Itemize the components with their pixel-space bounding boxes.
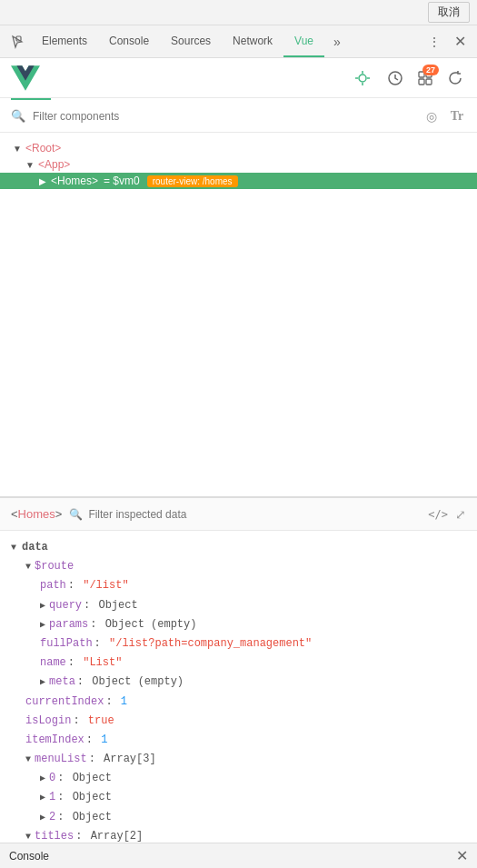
data-is-login: isLogin : true	[11, 712, 466, 731]
tab-network[interactable]: Network	[222, 25, 283, 57]
vue-panel: 27 🔍 ◎ Tr ▼ <Root> ▼ <App>	[0, 58, 477, 843]
svg-rect-10	[426, 79, 432, 85]
vm-label: = $vm0	[104, 175, 140, 187]
data-query[interactable]: ▶ query : Object	[11, 596, 466, 615]
data-menu-0[interactable]: ▶ 0 : Object	[11, 769, 466, 788]
vue-logo	[11, 64, 40, 93]
tree-item-app[interactable]: ▼ <App>	[0, 156, 477, 173]
refresh-icon[interactable]	[444, 67, 466, 89]
tab-vue[interactable]: Vue	[283, 25, 324, 57]
filter-circle-icon[interactable]: ◎	[422, 107, 441, 125]
inspect-open-icon[interactable]: ⤢	[455, 507, 466, 522]
router-badge: router-view: /homes	[147, 175, 238, 187]
data-menu-list-header[interactable]: ▼ menuList : Array[3]	[11, 750, 466, 769]
tree-item-root[interactable]: ▼ <Root>	[0, 140, 477, 156]
data-meta[interactable]: ▶ meta : Object (empty)	[11, 673, 466, 692]
data-section-header[interactable]: ▼ data	[11, 538, 466, 557]
console-bar: Console ✕	[0, 843, 477, 868]
filter-search-icon: 🔍	[11, 109, 25, 123]
top-bar: 取消	[0, 0, 477, 25]
component-selector-icon[interactable]	[352, 67, 373, 89]
data-params[interactable]: ▶ params : Object (empty)	[11, 615, 466, 634]
data-tree: ▼ data ▼ $route path : "/list" ▶ query :…	[0, 531, 477, 843]
menu-icon[interactable]: ⋮	[424, 32, 444, 52]
data-path: path : "/list"	[11, 576, 466, 595]
svg-rect-9	[419, 79, 424, 85]
tab-actions: ⋮ ✕	[424, 32, 473, 52]
data-menu-1[interactable]: ▶ 1 : Object	[11, 788, 466, 807]
console-close-button[interactable]: ✕	[456, 847, 468, 864]
data-name-field: name : "List"	[11, 653, 466, 673]
filter-actions: ◎ Tr	[422, 107, 466, 125]
vuex-icon[interactable]: 27	[417, 70, 433, 86]
inspect-filter-input[interactable]	[88, 508, 421, 521]
inspect-component-name: <Homes>	[11, 507, 62, 521]
devtools-tabs: Elements Console Sources Network Vue » ⋮…	[0, 25, 477, 58]
data-item-index: itemIndex : 1	[11, 731, 466, 750]
tree-tag-homes: <Homes>	[51, 175, 98, 187]
tree-item-homes[interactable]: ▶ <Homes> = $vm0 router-view: /homes	[0, 173, 477, 189]
tree-tag-root: <Root>	[25, 142, 61, 155]
tree-arrow-homes[interactable]: ▶	[36, 175, 49, 187]
vue-toolbar: 27	[0, 58, 477, 98]
data-menu-2[interactable]: ▶ 2 : Object	[11, 808, 466, 827]
inspect-filter: 🔍	[69, 508, 421, 521]
cursor-icon[interactable]	[4, 25, 31, 57]
inspect-actions: </> ⤢	[428, 507, 466, 522]
data-route-header[interactable]: ▼ $route	[11, 557, 466, 576]
tab-sources[interactable]: Sources	[160, 25, 222, 57]
component-tree: ▼ <Root> ▼ <App> ▶ <Homes> = $vm0 router…	[0, 133, 477, 496]
inspect-code-icon[interactable]: </>	[428, 508, 448, 521]
tab-elements[interactable]: Elements	[31, 25, 98, 57]
data-current-index: currentIndex : 1	[11, 693, 466, 712]
close-devtools-button[interactable]: ✕	[450, 32, 470, 52]
filter-components-input[interactable]	[33, 110, 415, 123]
vue-toolbar-icons: 27	[352, 67, 466, 89]
inspect-header: <Homes> 🔍 </> ⤢	[0, 498, 477, 531]
tree-arrow-app[interactable]: ▼	[24, 158, 36, 171]
tree-tag-app: <App>	[38, 158, 70, 171]
tree-arrow-root[interactable]: ▼	[11, 142, 24, 155]
data-fullpath: fullPath : "/list?path=company_managemen…	[11, 634, 466, 653]
vuex-badge: 27	[422, 65, 439, 75]
filter-bar: 🔍 ◎ Tr	[0, 100, 477, 133]
history-icon[interactable]	[384, 67, 406, 89]
more-tabs-icon[interactable]: »	[326, 25, 348, 57]
inspect-panel: <Homes> 🔍 </> ⤢ ▼ data ▼ $route	[0, 497, 477, 843]
data-titles-header[interactable]: ▼ titles : Array[2]	[11, 827, 466, 843]
tab-console[interactable]: Console	[98, 25, 160, 57]
console-label: Console	[9, 850, 49, 863]
filter-text-icon[interactable]: Tr	[448, 107, 466, 125]
inspect-search-icon: 🔍	[69, 508, 83, 521]
svg-point-1	[359, 75, 366, 82]
cancel-button[interactable]: 取消	[428, 2, 470, 23]
